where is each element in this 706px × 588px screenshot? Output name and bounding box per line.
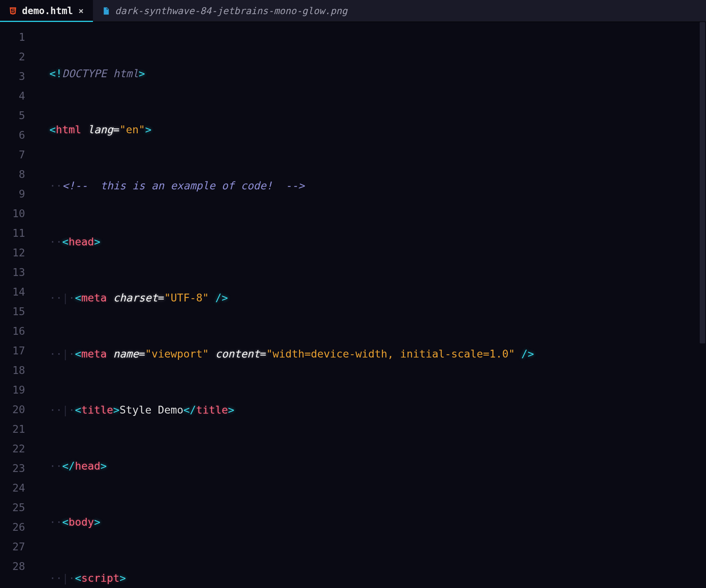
line-number-gutter: 1 2 3 4 5 6 7 8 9 10 11 12 13 14 15 16 1… (0, 22, 35, 588)
tab-label: demo.html (22, 5, 73, 16)
tab-image-file[interactable]: dark-synthwave-84-jetbrains-mono-glow.pn… (93, 0, 356, 22)
tab-demo-html[interactable]: demo.html × (0, 0, 93, 22)
code-line[interactable]: ··<!-- this is an example of code! --> (49, 176, 706, 196)
line-number: 26 (0, 517, 35, 537)
line-number: 19 (0, 380, 35, 400)
scrollbar-thumb[interactable] (700, 22, 705, 343)
line-number: 24 (0, 478, 35, 498)
line-number: 20 (0, 400, 35, 419)
code-line[interactable]: ··|·<meta charset="UTF-8" /> (49, 288, 706, 308)
line-number: 3 (0, 67, 35, 86)
line-number: 21 (0, 419, 35, 439)
line-number: 2 (0, 47, 35, 67)
line-number: 15 (0, 302, 35, 321)
line-number: 27 (0, 537, 35, 557)
line-number: 11 (0, 223, 35, 243)
line-number: 1 (0, 27, 35, 47)
code-line[interactable]: ··<body> (49, 512, 706, 532)
line-number: 25 (0, 498, 35, 517)
line-number: 8 (0, 165, 35, 184)
line-number: 12 (0, 243, 35, 263)
line-number: 23 (0, 459, 35, 478)
line-number: 9 (0, 184, 35, 204)
code-line[interactable]: ··</head> (49, 456, 706, 476)
line-number: 5 (0, 106, 35, 125)
code-line[interactable]: <html lang="en"> (49, 120, 706, 140)
line-number: 17 (0, 341, 35, 361)
line-number: 22 (0, 439, 35, 459)
line-number: 13 (0, 263, 35, 282)
code-editor[interactable]: 1 2 3 4 5 6 7 8 9 10 11 12 13 14 15 16 1… (0, 22, 706, 588)
line-number: 10 (0, 204, 35, 223)
line-number: 7 (0, 145, 35, 165)
code-area[interactable]: <!DOCTYPE html> <html lang="en"> ··<!-- … (35, 22, 706, 588)
line-number: 28 (0, 557, 35, 576)
vertical-scrollbar[interactable] (699, 22, 706, 588)
line-number: 16 (0, 321, 35, 341)
line-number: 18 (0, 361, 35, 380)
tab-bar: demo.html × dark-synthwave-84-jetbrains-… (0, 0, 706, 22)
html5-icon (9, 7, 17, 15)
tab-label: dark-synthwave-84-jetbrains-mono-glow.pn… (115, 5, 347, 16)
line-number: 4 (0, 86, 35, 106)
image-file-icon (102, 7, 110, 15)
code-line[interactable]: ··|·<script> (49, 568, 706, 588)
line-number: 14 (0, 282, 35, 302)
code-line[interactable]: ··|·<meta name="viewport" content="width… (49, 344, 706, 364)
code-line[interactable]: <!DOCTYPE html> (49, 64, 706, 83)
line-number: 6 (0, 125, 35, 145)
code-line[interactable]: ··<head> (49, 232, 706, 252)
code-line[interactable]: ··|·<title>Style Demo</title> (49, 400, 706, 420)
close-icon[interactable]: × (78, 6, 84, 16)
